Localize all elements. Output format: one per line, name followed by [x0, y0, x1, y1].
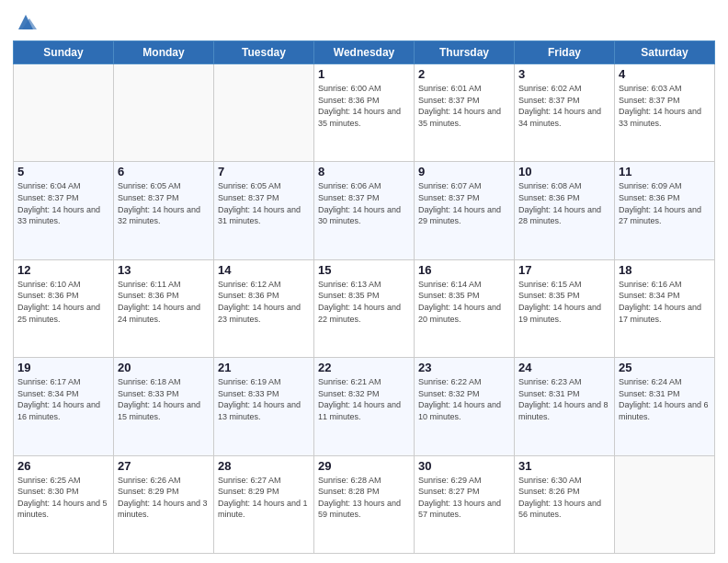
calendar-cell: 6Sunrise: 6:05 AMSunset: 8:37 PMDaylight… — [114, 162, 214, 259]
day-number: 2 — [418, 67, 510, 81]
weekday-header-friday: Friday — [515, 41, 615, 64]
day-info: Sunrise: 6:15 AMSunset: 8:35 PMDaylight:… — [518, 279, 610, 325]
calendar-cell — [114, 64, 214, 162]
day-info: Sunrise: 6:04 AMSunset: 8:37 PMDaylight:… — [17, 180, 109, 226]
day-info: Sunrise: 6:07 AMSunset: 8:37 PMDaylight:… — [418, 180, 510, 226]
weekday-header-sunday: Sunday — [14, 41, 114, 64]
calendar-week-1: 1Sunrise: 6:00 AMSunset: 8:36 PMDaylight… — [14, 64, 715, 162]
weekday-header-saturday: Saturday — [615, 41, 715, 64]
day-number: 1 — [318, 67, 410, 81]
calendar-cell: 21Sunrise: 6:19 AMSunset: 8:33 PMDayligh… — [214, 358, 314, 455]
calendar-cell: 9Sunrise: 6:07 AMSunset: 8:37 PMDaylight… — [415, 162, 515, 259]
day-info: Sunrise: 6:14 AMSunset: 8:35 PMDaylight:… — [418, 279, 510, 325]
calendar-cell: 24Sunrise: 6:23 AMSunset: 8:31 PMDayligh… — [515, 358, 615, 455]
day-info: Sunrise: 6:29 AMSunset: 8:27 PMDaylight:… — [418, 475, 510, 521]
day-number: 5 — [17, 165, 109, 178]
calendar-cell: 11Sunrise: 6:09 AMSunset: 8:36 PMDayligh… — [615, 162, 715, 259]
weekday-header-wednesday: Wednesday — [314, 41, 415, 64]
day-info: Sunrise: 6:24 AMSunset: 8:31 PMDaylight:… — [619, 376, 711, 422]
day-number: 19 — [17, 361, 109, 374]
logo-icon — [13, 9, 39, 35]
day-number: 21 — [218, 361, 310, 374]
calendar-cell: 4Sunrise: 6:03 AMSunset: 8:37 PMDaylight… — [615, 64, 715, 162]
header — [13, 9, 715, 35]
day-number: 17 — [518, 263, 610, 277]
weekday-header-row: SundayMondayTuesdayWednesdayThursdayFrid… — [14, 41, 715, 64]
calendar-cell: 20Sunrise: 6:18 AMSunset: 8:33 PMDayligh… — [114, 358, 214, 455]
day-info: Sunrise: 6:02 AMSunset: 8:37 PMDaylight:… — [518, 83, 610, 129]
page: SundayMondayTuesdayWednesdayThursdayFrid… — [0, 0, 728, 563]
calendar-cell: 26Sunrise: 6:25 AMSunset: 8:30 PMDayligh… — [14, 455, 114, 553]
calendar-cell: 7Sunrise: 6:05 AMSunset: 8:37 PMDaylight… — [214, 162, 314, 259]
day-number: 15 — [318, 263, 410, 277]
calendar-cell: 8Sunrise: 6:06 AMSunset: 8:37 PMDaylight… — [314, 162, 415, 259]
day-number: 23 — [418, 361, 510, 374]
day-info: Sunrise: 6:00 AMSunset: 8:36 PMDaylight:… — [318, 83, 410, 129]
day-number: 30 — [418, 459, 510, 473]
calendar-cell: 27Sunrise: 6:26 AMSunset: 8:29 PMDayligh… — [114, 455, 214, 553]
day-info: Sunrise: 6:21 AMSunset: 8:32 PMDaylight:… — [318, 376, 410, 422]
day-number: 26 — [17, 459, 109, 473]
day-info: Sunrise: 6:26 AMSunset: 8:29 PMDaylight:… — [118, 475, 210, 521]
calendar-cell: 15Sunrise: 6:13 AMSunset: 8:35 PMDayligh… — [314, 259, 415, 357]
day-number: 6 — [118, 165, 210, 178]
day-info: Sunrise: 6:19 AMSunset: 8:33 PMDaylight:… — [218, 376, 310, 422]
day-info: Sunrise: 6:03 AMSunset: 8:37 PMDaylight:… — [619, 83, 711, 129]
calendar-cell: 1Sunrise: 6:00 AMSunset: 8:36 PMDaylight… — [314, 64, 415, 162]
day-info: Sunrise: 6:22 AMSunset: 8:32 PMDaylight:… — [418, 376, 510, 422]
calendar-cell: 25Sunrise: 6:24 AMSunset: 8:31 PMDayligh… — [615, 358, 715, 455]
day-number: 4 — [619, 67, 711, 81]
day-info: Sunrise: 6:09 AMSunset: 8:36 PMDaylight:… — [619, 180, 711, 226]
day-info: Sunrise: 6:05 AMSunset: 8:37 PMDaylight:… — [218, 180, 310, 226]
day-info: Sunrise: 6:05 AMSunset: 8:37 PMDaylight:… — [118, 180, 210, 226]
calendar-cell: 30Sunrise: 6:29 AMSunset: 8:27 PMDayligh… — [415, 455, 515, 553]
calendar-cell: 17Sunrise: 6:15 AMSunset: 8:35 PMDayligh… — [515, 259, 615, 357]
day-info: Sunrise: 6:17 AMSunset: 8:34 PMDaylight:… — [17, 376, 109, 422]
calendar-cell: 28Sunrise: 6:27 AMSunset: 8:29 PMDayligh… — [214, 455, 314, 553]
day-number: 22 — [318, 361, 410, 374]
calendar-cell: 22Sunrise: 6:21 AMSunset: 8:32 PMDayligh… — [314, 358, 415, 455]
day-number: 7 — [218, 165, 310, 178]
day-info: Sunrise: 6:18 AMSunset: 8:33 PMDaylight:… — [118, 376, 210, 422]
calendar-cell: 29Sunrise: 6:28 AMSunset: 8:28 PMDayligh… — [314, 455, 415, 553]
day-info: Sunrise: 6:28 AMSunset: 8:28 PMDaylight:… — [318, 475, 410, 521]
day-info: Sunrise: 6:11 AMSunset: 8:36 PMDaylight:… — [118, 279, 210, 325]
calendar-cell: 3Sunrise: 6:02 AMSunset: 8:37 PMDaylight… — [515, 64, 615, 162]
day-info: Sunrise: 6:06 AMSunset: 8:37 PMDaylight:… — [318, 180, 410, 226]
day-info: Sunrise: 6:16 AMSunset: 8:34 PMDaylight:… — [619, 279, 711, 325]
weekday-header-tuesday: Tuesday — [214, 41, 314, 64]
calendar-cell — [214, 64, 314, 162]
day-number: 29 — [318, 459, 410, 473]
day-info: Sunrise: 6:13 AMSunset: 8:35 PMDaylight:… — [318, 279, 410, 325]
weekday-header-monday: Monday — [114, 41, 214, 64]
calendar-cell: 5Sunrise: 6:04 AMSunset: 8:37 PMDaylight… — [14, 162, 114, 259]
day-number: 31 — [518, 459, 610, 473]
day-number: 13 — [118, 263, 210, 277]
day-info: Sunrise: 6:25 AMSunset: 8:30 PMDaylight:… — [17, 475, 109, 521]
day-number: 11 — [619, 165, 711, 178]
weekday-header-thursday: Thursday — [415, 41, 515, 64]
calendar-cell: 10Sunrise: 6:08 AMSunset: 8:36 PMDayligh… — [515, 162, 615, 259]
calendar-cell: 23Sunrise: 6:22 AMSunset: 8:32 PMDayligh… — [415, 358, 515, 455]
day-number: 8 — [318, 165, 410, 178]
calendar-cell: 19Sunrise: 6:17 AMSunset: 8:34 PMDayligh… — [14, 358, 114, 455]
calendar-cell: 14Sunrise: 6:12 AMSunset: 8:36 PMDayligh… — [214, 259, 314, 357]
day-number: 27 — [118, 459, 210, 473]
day-info: Sunrise: 6:08 AMSunset: 8:36 PMDaylight:… — [518, 180, 610, 226]
day-info: Sunrise: 6:12 AMSunset: 8:36 PMDaylight:… — [218, 279, 310, 325]
day-number: 25 — [619, 361, 711, 374]
logo — [13, 9, 41, 35]
day-number: 9 — [418, 165, 510, 178]
calendar-cell: 2Sunrise: 6:01 AMSunset: 8:37 PMDaylight… — [415, 64, 515, 162]
calendar-week-2: 5Sunrise: 6:04 AMSunset: 8:37 PMDaylight… — [14, 162, 715, 259]
calendar-cell — [14, 64, 114, 162]
calendar-cell: 13Sunrise: 6:11 AMSunset: 8:36 PMDayligh… — [114, 259, 214, 357]
calendar-cell — [615, 455, 715, 553]
day-info: Sunrise: 6:30 AMSunset: 8:26 PMDaylight:… — [518, 475, 610, 521]
day-info: Sunrise: 6:23 AMSunset: 8:31 PMDaylight:… — [518, 376, 610, 422]
day-info: Sunrise: 6:27 AMSunset: 8:29 PMDaylight:… — [218, 475, 310, 521]
day-number: 20 — [118, 361, 210, 374]
calendar-week-4: 19Sunrise: 6:17 AMSunset: 8:34 PMDayligh… — [14, 358, 715, 455]
day-number: 3 — [518, 67, 610, 81]
calendar-week-3: 12Sunrise: 6:10 AMSunset: 8:36 PMDayligh… — [14, 259, 715, 357]
